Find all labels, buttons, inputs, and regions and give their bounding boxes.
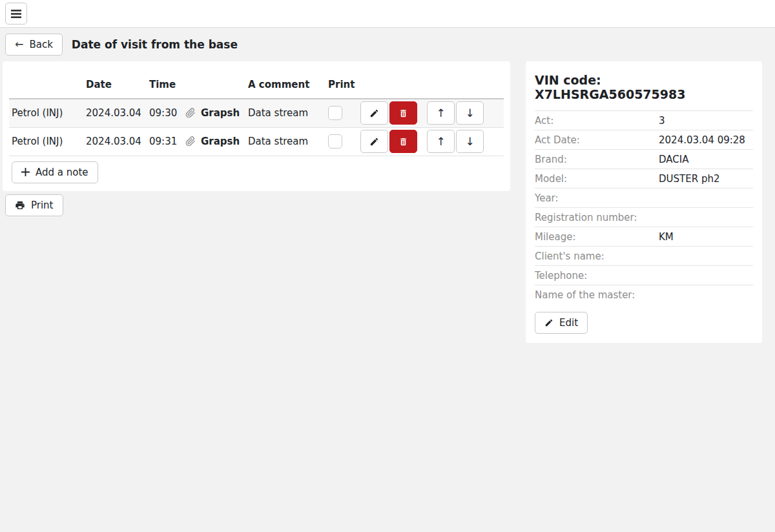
trash-icon <box>398 137 408 147</box>
print-checkbox[interactable] <box>328 134 342 148</box>
printer-icon <box>15 200 25 210</box>
edit-row-button[interactable] <box>360 130 388 153</box>
vin-code-title: VIN code: X7LHSRGA560575983 <box>535 73 753 101</box>
visit-comment: Data stream <box>245 127 326 156</box>
delete-row-button[interactable] <box>389 130 417 153</box>
move-up-button[interactable]: ↑ <box>427 101 455 125</box>
field-value: DACIA <box>659 154 688 165</box>
field-row-model: Model: DUSTER ph2 <box>535 169 753 188</box>
table-row: Petrol (INJ) 2024.03.04 09:30 Grapsh Da <box>9 99 504 127</box>
arrow-down-icon: ↓ <box>465 136 474 147</box>
menu-button[interactable] <box>5 3 27 25</box>
column-header-print: Print <box>326 68 358 99</box>
edit-button-label: Edit <box>559 317 578 329</box>
field-row-master-name: Name of the master: <box>535 285 753 304</box>
field-row-telephone: Telephone: <box>535 265 753 285</box>
move-down-button[interactable]: ↓ <box>456 101 484 125</box>
visit-name: Petrol (INJ) <box>9 127 83 156</box>
visits-header-row: Date Time A comment Print <box>9 68 504 99</box>
field-value: DUSTER ph2 <box>659 173 719 185</box>
column-header-name <box>9 68 83 99</box>
field-label: Act Date: <box>535 134 659 146</box>
print-button[interactable]: Print <box>5 194 63 216</box>
arrow-down-icon: ↓ <box>465 108 474 119</box>
topbar <box>0 0 775 28</box>
visits-table: Date Time A comment Print Petrol (INJ) 2… <box>9 68 504 156</box>
paperclip-icon <box>185 136 196 147</box>
print-checkbox[interactable] <box>328 106 342 120</box>
attachment-link[interactable]: Grapsh <box>201 136 240 147</box>
field-row-mileage: Mileage: KM <box>535 227 753 246</box>
print-button-label: Print <box>31 200 54 211</box>
field-value: KM <box>659 231 674 243</box>
field-value: 2024.03.04 09:28 <box>659 134 745 146</box>
field-label: Name of the master: <box>535 289 659 301</box>
move-down-button[interactable]: ↓ <box>456 130 484 153</box>
back-button[interactable]: ← Back <box>5 34 63 56</box>
field-label: Client's name: <box>535 251 659 262</box>
column-header-attachment <box>183 68 245 99</box>
back-button-label: Back <box>29 39 52 50</box>
content: Date Time A comment Print Petrol (INJ) 2… <box>0 61 775 343</box>
field-row-act-date: Act Date: 2024.03.04 09:28 <box>535 130 753 149</box>
table-row: Petrol (INJ) 2024.03.04 09:31 Grapsh Da <box>9 127 504 156</box>
pencil-icon <box>369 108 379 118</box>
arrow-up-icon: ↑ <box>436 136 445 147</box>
column-header-date: Date <box>83 68 147 99</box>
page-header: ← Back Date of visit from the base <box>0 28 775 61</box>
attachment-link[interactable]: Grapsh <box>201 107 240 119</box>
field-row-clients-name: Client's name: <box>535 246 753 265</box>
field-label: Model: <box>535 173 659 185</box>
field-label: Brand: <box>535 154 659 165</box>
visits-card: Date Time A comment Print Petrol (INJ) 2… <box>3 61 510 191</box>
paperclip-icon <box>185 108 196 118</box>
field-label: Telephone: <box>535 270 659 281</box>
column-header-time: Time <box>147 68 183 99</box>
plus-icon <box>21 168 30 176</box>
visit-name: Petrol (INJ) <box>9 99 83 127</box>
delete-row-button[interactable] <box>389 101 417 125</box>
field-row-brand: Brand: DACIA <box>535 149 753 169</box>
field-label: Act: <box>535 115 659 127</box>
back-arrow-icon: ← <box>15 39 23 50</box>
field-value: 3 <box>659 115 665 127</box>
pencil-icon <box>544 318 553 327</box>
field-row-act: Act: 3 <box>535 110 753 130</box>
page-title: Date of visit from the base <box>72 38 238 51</box>
field-label: Year: <box>535 192 659 204</box>
column-header-comment: A comment <box>245 68 326 99</box>
add-note-button[interactable]: Add a note <box>12 161 98 183</box>
edit-row-button[interactable] <box>360 101 388 125</box>
move-up-button[interactable]: ↑ <box>427 130 455 153</box>
vehicle-card: VIN code: X7LHSRGA560575983 Act: 3 Act D… <box>526 61 762 343</box>
visit-time: 09:30 <box>147 99 183 127</box>
field-row-registration-number: Registration number: <box>535 207 753 227</box>
visit-date: 2024.03.04 <box>83 127 147 156</box>
add-note-label: Add a note <box>36 167 88 178</box>
hamburger-icon <box>11 10 21 18</box>
field-label: Registration number: <box>535 212 659 223</box>
column-header-actions <box>358 68 504 99</box>
visit-time: 09:31 <box>147 127 183 156</box>
visit-date: 2024.03.04 <box>83 99 147 127</box>
arrow-up-icon: ↑ <box>436 108 445 119</box>
field-row-year: Year: <box>535 188 753 207</box>
visits-column: Date Time A comment Print Petrol (INJ) 2… <box>3 61 510 216</box>
visit-comment: Data stream <box>245 99 326 127</box>
field-label: Mileage: <box>535 231 659 243</box>
vehicle-fields: Act: 3 Act Date: 2024.03.04 09:28 Brand:… <box>535 110 753 304</box>
trash-icon <box>398 108 408 118</box>
edit-vehicle-button[interactable]: Edit <box>535 312 588 334</box>
pencil-icon <box>369 137 379 147</box>
